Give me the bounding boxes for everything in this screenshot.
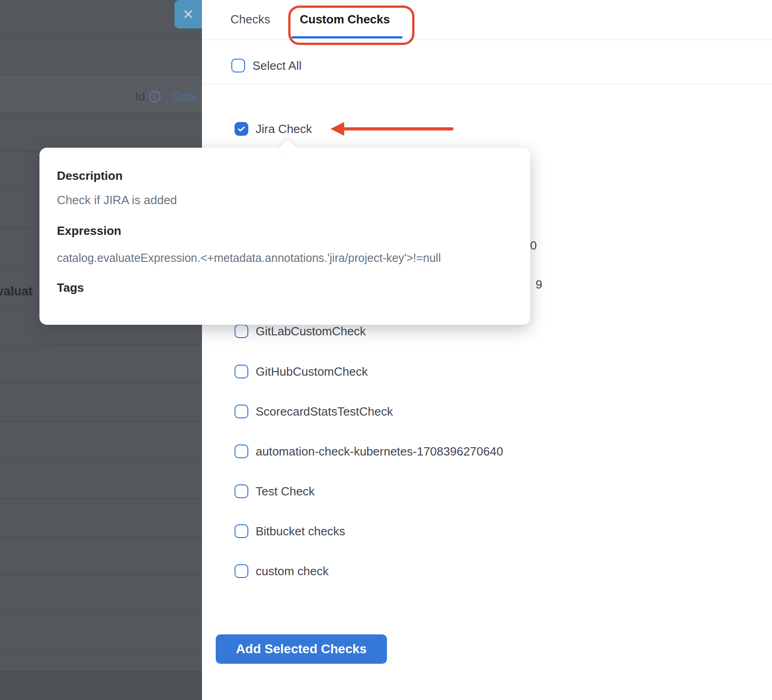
check-label: ScorecardStatsTestCheck: [256, 405, 393, 419]
check-row[interactable]: automation-check-kubernetes-170839627064…: [235, 441, 503, 461]
check-row[interactable]: custom check: [235, 561, 329, 581]
check-label: GitLabCustomCheck: [256, 324, 366, 339]
checkbox[interactable]: [235, 484, 248, 498]
add-selected-checks-button[interactable]: Add Selected Checks: [216, 634, 387, 664]
check-label: Jira Check: [256, 122, 312, 136]
close-button[interactable]: ✕: [174, 0, 202, 28]
active-tab-underline: [291, 36, 403, 39]
checkbox[interactable]: [235, 444, 248, 458]
column-header-value: Cata: [172, 90, 196, 103]
select-all-checkbox[interactable]: [231, 59, 245, 72]
tooltip-tags-heading: Tags: [57, 281, 516, 295]
occluded-check-fragment: 0: [530, 239, 537, 253]
checkbox[interactable]: [235, 524, 248, 538]
select-all-label: Select All: [252, 59, 302, 73]
checks-drawer-panel: Checks Custom Checks Select All Jira Che…: [202, 0, 772, 700]
background-cell-fragment: evaluat: [0, 284, 33, 299]
check-details-tooltip: Description Check if JIRA is added Expre…: [39, 148, 530, 325]
check-label: Test Check: [256, 484, 315, 499]
column-header-separator: :: [165, 90, 168, 103]
check-row[interactable]: GitHubCustomCheck: [235, 361, 368, 382]
background-column-header: Id i : Cata: [135, 89, 196, 103]
tooltip-description-text: Check if JIRA is added: [57, 193, 516, 207]
check-icon: [237, 124, 246, 133]
tooltip-description-heading: Description: [57, 169, 516, 183]
tooltip-expression-heading: Expression: [57, 224, 516, 238]
tab-checks[interactable]: Checks: [230, 12, 270, 27]
select-all-row[interactable]: Select All: [231, 56, 302, 76]
jira-checkbox-checked[interactable]: [235, 122, 248, 136]
checkbox[interactable]: [235, 365, 248, 378]
column-header-id: Id: [135, 90, 145, 103]
occluded-check-fragment: 9: [536, 278, 542, 292]
checkbox[interactable]: [235, 564, 248, 578]
check-row[interactable]: Bitbucket checks: [235, 521, 345, 541]
close-icon: ✕: [182, 6, 194, 22]
checkbox[interactable]: [235, 405, 248, 418]
select-all-divider: [202, 84, 772, 84]
check-label: GitHubCustomCheck: [256, 365, 368, 379]
check-label: automation-check-kubernetes-170839627064…: [256, 444, 503, 459]
checkbox[interactable]: [235, 324, 248, 338]
check-row-jira[interactable]: Jira Check: [235, 119, 312, 139]
tooltip-expression-text: catalog.evaluateExpression.<+metadata.an…: [57, 251, 516, 265]
tab-custom-checks[interactable]: Custom Checks: [300, 12, 390, 27]
header-divider: [202, 39, 772, 40]
info-icon: i: [149, 91, 161, 102]
check-label: custom check: [256, 564, 329, 578]
check-row[interactable]: Test Check: [235, 481, 315, 501]
check-row[interactable]: ScorecardStatsTestCheck: [235, 401, 393, 422]
check-label: Bitbucket checks: [256, 524, 345, 539]
